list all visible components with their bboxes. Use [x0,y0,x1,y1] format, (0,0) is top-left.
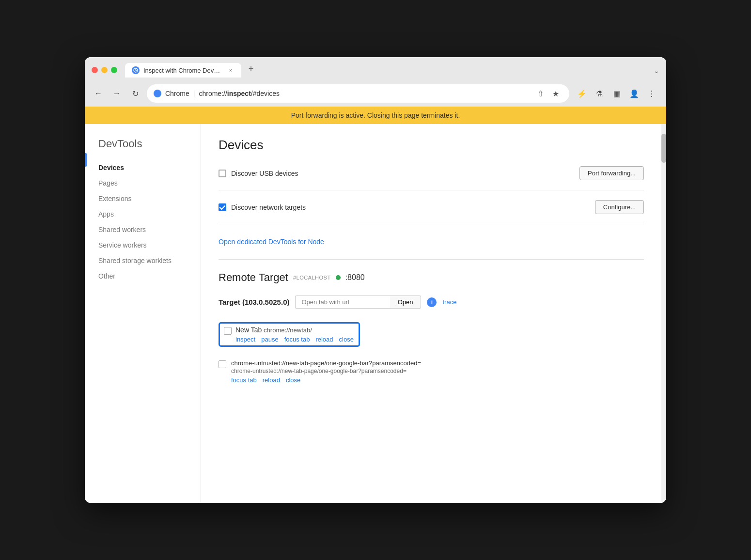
sidebar-item-pages[interactable]: Pages [85,175,201,191]
tab-favicon [132,66,140,74]
refresh-button[interactable]: ↻ [128,87,142,100]
untrusted-checkbox[interactable] [219,360,226,368]
back-button[interactable]: ← [92,87,105,100]
content-area: Devices Discover USB devices Port forwar… [201,124,661,503]
bookmark-icon[interactable]: ★ [549,87,563,100]
discover-usb-checkbox[interactable] [219,170,226,177]
sidebar-item-shared-workers[interactable]: Shared workers [85,222,201,237]
divider-1 [219,190,644,190]
sidebar-active-indicator [85,153,87,167]
tab-list-chevron[interactable]: ⌄ [654,67,659,75]
port-forwarding-button[interactable]: Port forwarding... [579,166,644,180]
tab-title: Inspect with Chrome Develop… [143,67,223,74]
status-indicator [336,275,341,280]
configure-button[interactable]: Configure... [595,200,644,214]
divider-3 [219,259,644,260]
new-tab-checkbox[interactable] [224,327,232,335]
discover-usb-text: Discover USB devices [231,170,298,177]
discover-network-text: Discover network targets [231,203,306,211]
forward-button[interactable]: → [110,87,124,100]
sidebar-item-devices[interactable]: Devices [85,160,201,175]
trace-link[interactable]: trace [442,298,456,306]
sidebar-item-service-workers[interactable]: Service workers [85,237,201,253]
discover-usb-row: Discover USB devices Port forwarding... [219,166,644,180]
inspect-highlight-box: New Tab chrome://newtab/ inspect pause f… [219,322,360,347]
devtools-node-link[interactable]: Open dedicated DevTools for Node [219,238,324,246]
reload-link[interactable]: reload [315,336,333,343]
new-tab-title: New Tab chrome://newtab/ [235,326,354,334]
url-bar[interactable]: Chrome | chrome://inspect/#devices ⇧ ★ [147,84,569,103]
profile-icon[interactable]: 👤 [626,86,642,101]
page-title: Devices [219,138,644,153]
discover-network-label[interactable]: Discover network targets [219,203,306,211]
untrusted-tab-actions: focus tab reload close [231,376,644,384]
remote-target-host: #LOCALHOST [293,275,331,280]
discover-network-checkbox[interactable] [219,203,226,211]
new-tab-info: New Tab chrome://newtab/ inspect pause f… [235,326,354,343]
url-favicon-icon [154,90,161,97]
sidebar-item-extensions[interactable]: Extensions [85,191,201,206]
url-site-label: Chrome [165,90,189,97]
title-bar-top: Inspect with Chrome Develop… × + ⌄ [92,62,659,78]
new-tab-url: chrome://newtab/ [264,327,312,334]
discover-usb-label[interactable]: Discover USB devices [219,170,298,177]
info-icon[interactable]: i [427,297,437,307]
inspect-link[interactable]: inspect [235,336,255,343]
untrusted-focus-tab-link[interactable]: focus tab [231,376,257,384]
browser-window: Inspect with Chrome Develop… × + ⌄ ← → ↻… [85,57,666,503]
main-content: DevTools Devices Pages Extensions Apps S… [85,124,666,503]
tab-bar: Inspect with Chrome Develop… × + ⌄ [125,62,659,78]
remote-target-port: :8080 [345,273,365,282]
close-link[interactable]: close [339,336,354,343]
extensions-icon[interactable]: ⚡ [574,86,590,101]
sidebar-item-other[interactable]: Other [85,268,201,284]
tab-close-button[interactable]: × [227,66,235,74]
untrusted-tab-url2: chrome-untrusted://new-tab-page/one-goog… [231,368,644,374]
sidebar: DevTools Devices Pages Extensions Apps S… [85,124,201,503]
scrollbar-thumb[interactable] [661,134,666,163]
remote-target-title: Remote Target [219,271,288,284]
untrusted-close-link[interactable]: close [286,376,300,384]
new-tab-button[interactable]: + [244,62,258,76]
vertical-scrollbar[interactable] [661,124,666,503]
minimize-button[interactable] [101,67,108,73]
divider-2 [219,224,644,224]
port-forwarding-banner: Port forwarding is active. Closing this … [85,107,666,124]
tab-item-untrusted: chrome-untrusted://new-tab-page/one-goog… [219,356,644,388]
url-actions: ⇧ ★ [533,87,563,100]
close-button[interactable] [92,67,98,73]
pause-link[interactable]: pause [261,336,278,343]
discover-network-row: Discover network targets Configure... [219,200,644,214]
maximize-button[interactable] [111,67,117,73]
active-tab[interactable]: Inspect with Chrome Develop… × [125,63,241,78]
split-view-icon[interactable]: ▦ [609,86,625,101]
open-tab-url-input[interactable] [295,296,390,309]
tab-item-new-tab: New Tab chrome://newtab/ inspect pause f… [219,318,644,351]
untrusted-reload-link[interactable]: reload [263,376,280,384]
target-version-row: Target (103.0.5025.0) Open i trace [219,292,644,312]
traffic-lights [92,67,117,73]
remote-target-header: Remote Target #LOCALHOST :8080 [219,271,644,284]
untrusted-tab-url1: chrome-untrusted://new-tab-page/one-goog… [231,359,644,367]
url-input-group: Open [295,296,421,309]
open-tab-button[interactable]: Open [390,296,422,309]
devtools-title: DevTools [85,138,201,160]
more-menu-icon[interactable]: ⋮ [644,86,659,101]
target-version: Target (103.0.5025.0) [219,298,289,306]
sidebar-item-shared-storage-worklets[interactable]: Shared storage worklets [85,253,201,268]
sidebar-item-apps[interactable]: Apps [85,206,201,222]
toolbar-icons: ⚡ ⚗ ▦ 👤 ⋮ [574,86,659,101]
share-icon[interactable]: ⇧ [533,87,547,100]
untrusted-info: chrome-untrusted://new-tab-page/one-goog… [231,359,644,384]
focus-tab-link[interactable]: focus tab [284,336,310,343]
url-path: chrome://inspect/#devices [199,90,280,97]
labs-icon[interactable]: ⚗ [592,86,607,101]
title-bar: Inspect with Chrome Develop… × + ⌄ [85,57,666,81]
banner-text: Port forwarding is active. Closing this … [291,111,460,119]
url-separator: | [193,90,195,97]
new-tab-actions: inspect pause focus tab reload close [235,336,354,343]
address-bar: ← → ↻ Chrome | chrome://inspect/#devices… [85,81,666,107]
